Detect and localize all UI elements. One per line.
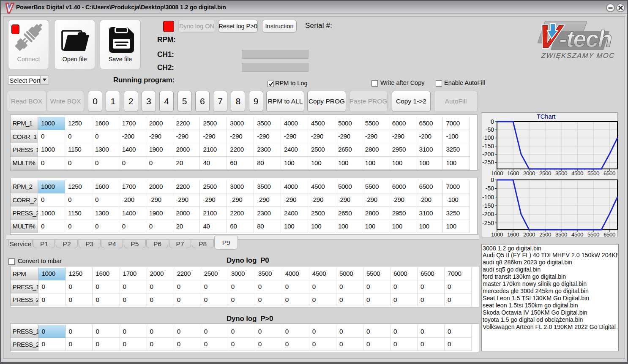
svg-text:ZWIĘKSZAMY MOC: ZWIĘKSZAMY MOC xyxy=(541,52,615,60)
svg-text:-tech: -tech xyxy=(559,25,612,52)
